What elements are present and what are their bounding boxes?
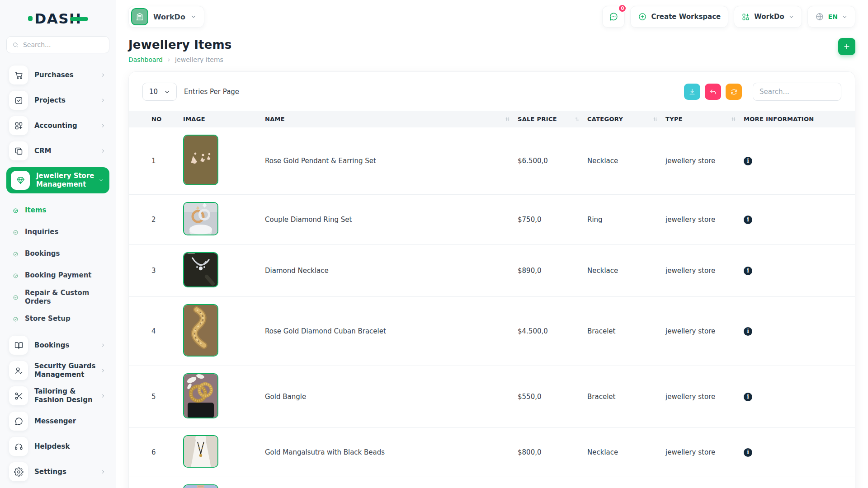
column-header-name[interactable]: NAME bbox=[265, 116, 518, 122]
sidebar-item-tailoring-fashion-design[interactable]: Tailoring & Fashion Design bbox=[6, 384, 109, 408]
column-header-sale-price[interactable]: SALE PRICE bbox=[518, 116, 587, 122]
workspace-building-icon bbox=[131, 8, 148, 25]
icon-box bbox=[9, 141, 28, 160]
items-table: NOIMAGENAMESALE PRICECATEGORYTYPEMORE IN… bbox=[129, 111, 855, 488]
chat-icon bbox=[609, 12, 618, 22]
item-price: $6.500,0 bbox=[518, 157, 587, 165]
item-category: Necklace bbox=[587, 448, 665, 456]
page-title: Jewellery Items bbox=[128, 38, 232, 52]
messages-button[interactable]: 0 bbox=[602, 6, 625, 28]
sidebar-item-security-guards-management[interactable]: Security Guards Management bbox=[6, 359, 109, 382]
item-thumbnail[interactable] bbox=[183, 135, 218, 185]
item-thumbnail[interactable] bbox=[183, 202, 218, 235]
sidebar-subitem-items[interactable]: Items bbox=[13, 200, 109, 221]
sidebar-item-label: Jewellery Store Management bbox=[36, 172, 99, 189]
sidebar-subitem-bookings[interactable]: Bookings bbox=[13, 243, 109, 265]
sidebar-item-label: CRM bbox=[34, 147, 100, 155]
item-price: $800,0 bbox=[518, 448, 587, 456]
more-info-cell: i bbox=[744, 392, 855, 401]
chevron-right-icon bbox=[100, 97, 107, 103]
create-workspace-button[interactable]: Create Workspace bbox=[630, 6, 728, 28]
entries-per-page-select[interactable]: 10 bbox=[142, 83, 177, 101]
sort-icon bbox=[652, 116, 658, 122]
info-icon[interactable]: i bbox=[744, 267, 752, 275]
image-cell bbox=[183, 127, 265, 194]
brand-logo: DASH bbox=[6, 8, 109, 29]
refresh-button[interactable] bbox=[726, 84, 742, 100]
reset-button[interactable] bbox=[705, 84, 721, 100]
item-type: jewellery store bbox=[665, 327, 744, 335]
sidebar-item-messenger[interactable]: Messenger bbox=[6, 409, 109, 433]
language-code: EN bbox=[828, 13, 838, 20]
item-thumbnail[interactable] bbox=[183, 435, 218, 468]
sidebar-search-input[interactable] bbox=[23, 41, 104, 48]
sidebar-item-accounting[interactable]: Accounting bbox=[6, 114, 109, 137]
icon-box bbox=[9, 386, 28, 405]
item-thumbnail[interactable] bbox=[183, 484, 218, 488]
export-button[interactable] bbox=[684, 84, 700, 100]
workspace-selector[interactable]: WorkDo bbox=[128, 6, 204, 28]
cart-icon bbox=[14, 70, 24, 80]
column-header-type[interactable]: TYPE bbox=[665, 116, 744, 122]
image-cell bbox=[183, 477, 265, 488]
sidebar-item-purchases[interactable]: Purchases bbox=[6, 63, 109, 87]
sidebar-item-jewellery-store-management[interactable]: Jewellery Store Management bbox=[6, 167, 109, 193]
table-row: 6Gold Mangalsutra with Black Beads$800,0… bbox=[129, 428, 855, 477]
chevron-right-icon bbox=[100, 469, 107, 475]
check-circle-icon bbox=[13, 316, 19, 322]
breadcrumb-dashboard-link[interactable]: Dashboard bbox=[128, 56, 163, 63]
sidebar-subitem-label: Repair & Custom Orders bbox=[25, 289, 97, 306]
icon-box bbox=[9, 412, 28, 431]
item-category: Necklace bbox=[587, 267, 665, 275]
item-thumbnail[interactable] bbox=[183, 252, 218, 287]
sidebar-item-projects[interactable]: Projects bbox=[6, 89, 109, 112]
sidebar-item-label: Projects bbox=[34, 96, 100, 105]
sidebar-subitem-inquiries[interactable]: Inquiries bbox=[13, 221, 109, 243]
undo-arrow-icon bbox=[709, 88, 717, 96]
image-cell bbox=[183, 245, 265, 296]
book-icon bbox=[14, 341, 24, 350]
info-icon[interactable]: i bbox=[744, 157, 752, 165]
column-header-category[interactable]: CATEGORY bbox=[587, 116, 665, 122]
add-item-button[interactable] bbox=[838, 38, 855, 55]
table-search-input[interactable] bbox=[753, 83, 841, 101]
sidebar-subitem-store-setup[interactable]: Store Setup bbox=[13, 308, 109, 330]
language-selector[interactable]: EN bbox=[807, 6, 855, 28]
icon-box bbox=[9, 437, 28, 456]
item-thumbnail[interactable] bbox=[183, 304, 218, 357]
sort-icon bbox=[731, 116, 736, 122]
more-info-cell: i bbox=[744, 327, 855, 336]
column-label: NAME bbox=[265, 116, 285, 122]
item-name: Diamond Necklace bbox=[265, 267, 518, 275]
app: DASH PurchasesProjectsAccountingCRMJewel… bbox=[0, 0, 868, 488]
items-card: 10 Entries Per Page bbox=[128, 71, 855, 488]
sidebar-item-label: Tailoring & Fashion Design bbox=[34, 387, 100, 404]
grid-plus-icon bbox=[741, 13, 750, 21]
table-row: 3Diamond Necklace$890,0Necklacejewellery… bbox=[129, 245, 855, 297]
item-type: jewellery store bbox=[665, 216, 744, 224]
plus-circle-icon bbox=[638, 12, 647, 21]
item-price: $4.500,0 bbox=[518, 327, 587, 335]
chevron-right-icon bbox=[100, 122, 107, 129]
sidebar-subitem-booking-payment[interactable]: Booking Payment bbox=[13, 265, 109, 286]
column-header-more-information: MORE INFORMATION bbox=[744, 116, 855, 122]
sidebar-subitem-repair-custom-orders[interactable]: Repair & Custom Orders bbox=[13, 286, 109, 308]
sidebar-item-helpdesk[interactable]: Helpdesk bbox=[6, 435, 109, 458]
sidebar-menu: PurchasesProjectsAccountingCRMJewellery … bbox=[6, 63, 109, 485]
workspace-menu-button[interactable]: WorkDo bbox=[734, 6, 802, 28]
breadcrumb: Dashboard Jewellery Items bbox=[128, 56, 232, 63]
sidebar-item-settings[interactable]: Settings bbox=[6, 460, 109, 483]
item-price: $750,0 bbox=[518, 216, 587, 224]
info-icon[interactable]: i bbox=[744, 448, 752, 457]
sidebar-item-bookings[interactable]: Bookings bbox=[6, 333, 109, 357]
info-icon[interactable]: i bbox=[744, 327, 752, 336]
card-toolbar: 10 Entries Per Page bbox=[129, 83, 855, 101]
chevron-right-icon bbox=[100, 367, 107, 374]
check-circle-icon bbox=[13, 295, 19, 300]
row-number: 5 bbox=[129, 393, 183, 401]
topbar: WorkDo 0 Create Workspace WorkD bbox=[128, 0, 855, 28]
info-icon[interactable]: i bbox=[744, 393, 752, 401]
info-icon[interactable]: i bbox=[744, 216, 752, 224]
item-thumbnail[interactable] bbox=[183, 373, 218, 418]
sidebar-item-crm[interactable]: CRM bbox=[6, 139, 109, 163]
